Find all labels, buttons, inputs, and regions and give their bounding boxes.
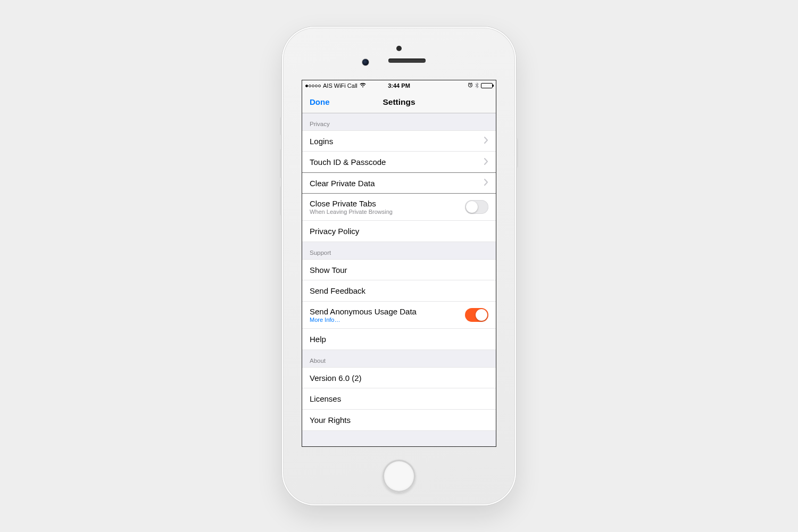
row-label: Version 6.0 (2) <box>310 373 362 383</box>
signal-strength-icon <box>305 85 321 87</box>
row-show-tour[interactable]: Show Tour <box>302 259 496 280</box>
row-label: Help <box>310 335 326 344</box>
page-title: Settings <box>383 97 415 107</box>
row-label: Licenses <box>310 394 341 403</box>
more-info-link[interactable]: More Info… <box>310 317 417 323</box>
row-subtitle: When Leaving Private Browsing <box>310 209 393 215</box>
row-label: Send Anonymous Usage Data <box>310 307 417 316</box>
bluetooth-icon <box>475 82 479 89</box>
wifi-icon <box>360 83 366 89</box>
row-label: Privacy Policy <box>310 227 359 236</box>
row-version: Version 6.0 (2) <box>302 367 496 388</box>
close-private-tabs-toggle[interactable] <box>465 200 488 214</box>
power-button <box>516 138 518 168</box>
screen: AIS WiFi Call 3:44 PM Done Settings <box>302 80 496 447</box>
usage-data-toggle[interactable] <box>465 308 488 322</box>
row-label: Logins <box>310 137 333 146</box>
alarm-icon <box>468 82 473 89</box>
section-header-support: Support <box>302 242 496 259</box>
clock-label: 3:44 PM <box>388 82 410 89</box>
row-send-anonymous-usage-data[interactable]: Send Anonymous Usage Data More Info… <box>302 302 496 329</box>
navigation-bar: Done Settings <box>302 91 496 113</box>
row-privacy-policy[interactable]: Privacy Policy <box>302 221 496 242</box>
row-your-rights[interactable]: Your Rights <box>302 410 496 431</box>
row-label: Touch ID & Passcode <box>310 157 386 167</box>
carrier-label: AIS WiFi Call <box>323 82 358 89</box>
row-logins[interactable]: Logins <box>302 130 496 152</box>
row-help[interactable]: Help <box>302 329 496 350</box>
iphone-device-frame: AIS WiFi Call 3:44 PM Done Settings <box>282 27 516 505</box>
row-label: Send Feedback <box>310 286 365 295</box>
row-label: Clear Private Data <box>310 179 375 188</box>
volume-down-button <box>280 186 282 215</box>
volume-up-button <box>280 149 282 178</box>
done-button[interactable]: Done <box>302 97 330 106</box>
settings-table: Privacy Logins Touch ID & Passcode Clear… <box>302 113 496 431</box>
mute-switch <box>280 117 282 135</box>
section-header-privacy: Privacy <box>302 113 496 130</box>
row-clear-private-data[interactable]: Clear Private Data <box>302 172 496 194</box>
proximity-sensor <box>396 46 402 51</box>
chevron-right-icon <box>484 136 488 146</box>
row-label: Your Rights <box>310 415 351 425</box>
row-close-private-tabs[interactable]: Close Private Tabs When Leaving Private … <box>302 194 496 221</box>
row-label: Close Private Tabs <box>310 199 393 208</box>
row-label: Show Tour <box>310 265 347 275</box>
front-camera <box>362 59 369 66</box>
section-header-about: About <box>302 350 496 367</box>
chevron-right-icon <box>484 178 488 188</box>
battery-icon <box>481 83 493 88</box>
row-send-feedback[interactable]: Send Feedback <box>302 280 496 302</box>
home-button[interactable] <box>383 460 415 493</box>
earpiece-speaker <box>388 59 426 63</box>
chevron-right-icon <box>484 157 488 167</box>
row-licenses[interactable]: Licenses <box>302 388 496 410</box>
status-bar: AIS WiFi Call 3:44 PM <box>302 80 496 91</box>
row-touch-id-passcode[interactable]: Touch ID & Passcode <box>302 152 496 173</box>
